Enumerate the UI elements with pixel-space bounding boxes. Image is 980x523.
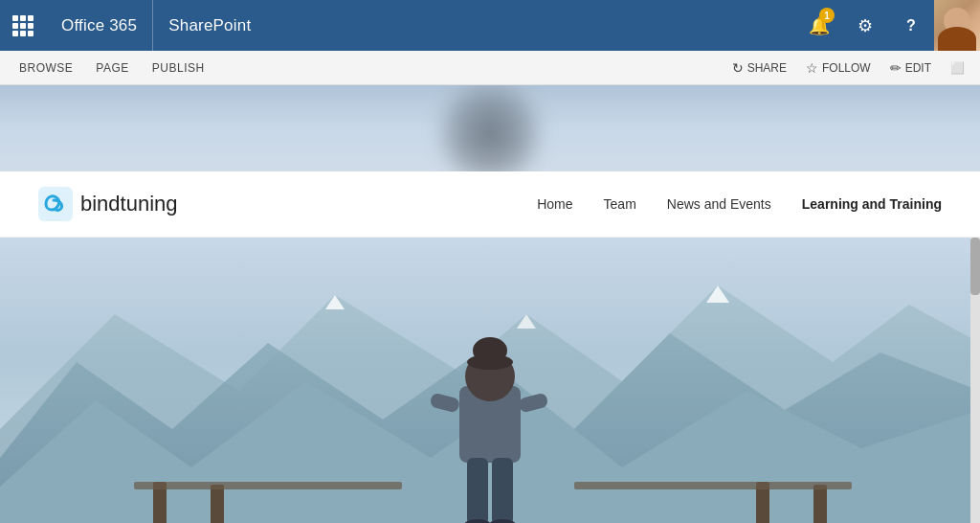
svg-point-17 (473, 337, 507, 364)
site-navigation: Home Team News and Events Learning and T… (537, 196, 942, 212)
hero-scene (0, 238, 980, 523)
svg-rect-11 (813, 485, 827, 523)
logo-area: bindtuning (38, 187, 178, 221)
scrollbar-thumb[interactable] (970, 238, 980, 295)
edit-icon: ✏ (890, 60, 902, 76)
notification-badge: 1 (819, 8, 835, 23)
sharepoint-title: SharePoint (153, 16, 266, 35)
toolbar-left-group: BROWSE PAGE PUBLISH (8, 51, 216, 85)
svg-rect-9 (211, 485, 224, 523)
bindtuning-logo-icon (38, 187, 73, 221)
hero-section (0, 238, 980, 523)
browse-button[interactable]: BROWSE (8, 51, 84, 85)
focus-action[interactable]: ⬜ (943, 51, 972, 85)
svg-rect-21 (492, 458, 513, 523)
svg-rect-13 (574, 482, 852, 489)
share-icon: ↻ (732, 60, 744, 76)
help-button[interactable]: ? (888, 0, 934, 51)
logo-text: bindtuning (80, 192, 178, 216)
user-avatar[interactable] (934, 0, 980, 51)
avatar-image (934, 0, 980, 51)
nav-learning-training[interactable]: Learning and Training (802, 196, 942, 212)
svg-rect-12 (134, 482, 402, 489)
svg-rect-0 (38, 187, 73, 221)
settings-button[interactable]: ⚙ (842, 0, 888, 51)
site-header: bindtuning Home Team News and Events Lea… (0, 171, 980, 238)
notification-button[interactable]: 🔔 1 (796, 0, 842, 51)
nav-team[interactable]: Team (604, 196, 636, 212)
follow-icon: ☆ (806, 60, 818, 76)
top-navigation-bar: Office 365 SharePoint 🔔 1 ⚙ ? (0, 0, 980, 51)
blurred-hero-top (0, 85, 980, 171)
app-title[interactable]: Office 365 (46, 0, 153, 51)
help-icon: ? (906, 17, 916, 34)
waffle-icon (12, 15, 33, 36)
toolbar-right-group: ↻ SHARE ☆ FOLLOW ✏ EDIT ⬜ (724, 51, 972, 85)
focus-icon: ⬜ (950, 61, 965, 75)
top-bar-left: Office 365 SharePoint (0, 0, 266, 51)
top-bar-right: 🔔 1 ⚙ ? (796, 0, 980, 51)
follow-action[interactable]: ☆ FOLLOW (798, 51, 879, 85)
page-toolbar: BROWSE PAGE PUBLISH ↻ SHARE ☆ FOLLOW ✏ E… (0, 51, 980, 85)
edit-action[interactable]: ✏ EDIT (882, 51, 939, 85)
blurred-person (433, 85, 547, 171)
svg-rect-20 (467, 458, 488, 523)
publish-button[interactable]: PUBLISH (141, 51, 216, 85)
share-action[interactable]: ↻ SHARE (724, 51, 794, 85)
page-button[interactable]: PAGE (84, 51, 140, 85)
nav-news-events[interactable]: News and Events (667, 196, 771, 212)
mountain-background (0, 238, 980, 523)
scrollbar[interactable] (970, 238, 980, 523)
nav-home[interactable]: Home (537, 196, 572, 212)
waffle-menu-button[interactable] (0, 0, 46, 51)
settings-icon: ⚙ (858, 15, 873, 36)
